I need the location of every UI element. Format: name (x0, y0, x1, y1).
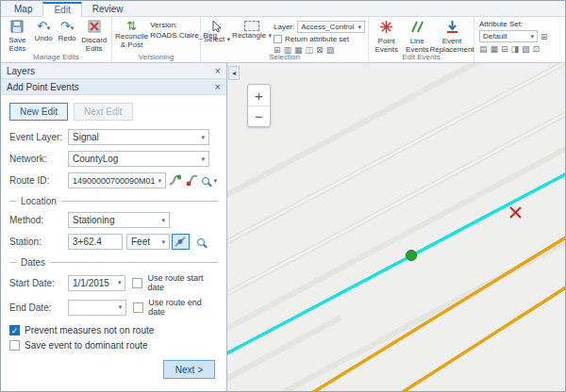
tab-review[interactable]: Review (82, 2, 134, 16)
orange-road-line-2 (392, 281, 565, 392)
checkbox-icon (132, 278, 142, 288)
group-label-versioning: Versioning (112, 53, 200, 62)
return-attribute-set-checkbox[interactable]: Return attribute set (274, 35, 365, 43)
ribbon-group-selection: Select ▾ Rectangle ▾ Layer: Access_Contr… (201, 17, 369, 62)
save-dominant-route-checkbox[interactable]: Save event to dominant route (9, 340, 218, 351)
attr-tool-icon[interactable]: ⊟ (501, 44, 508, 54)
network-select[interactable]: CountyLog ▾ (68, 151, 209, 167)
chevron-down-icon: ▾ (47, 24, 51, 31)
chevron-down-icon: ▾ (201, 134, 205, 141)
ribbon-tab-bar: Map Edit Review (1, 1, 565, 17)
pick-location-tool-icon[interactable] (172, 234, 190, 250)
pick-route-tool-icon[interactable] (185, 172, 200, 188)
chevron-down-icon: ▾ (158, 177, 162, 185)
reconcile-icon: ⇅ (126, 20, 137, 32)
attribute-tools-row: ▤ ▦ ⊟ ◨ ▧ ⊡ (479, 44, 560, 54)
undo-icon: ↶▾ (37, 20, 50, 34)
event-point-marker (407, 251, 417, 261)
line-events-icon (410, 20, 424, 37)
tab-map[interactable]: Map (4, 2, 42, 16)
chevron-down-icon: ▾ (530, 33, 534, 41)
redo-button[interactable]: ↷▾ Redo (57, 19, 78, 43)
prevent-measures-checkbox[interactable]: ✓ Prevent measures not on route (9, 325, 218, 335)
attr-tool-icon[interactable]: ◨ (511, 44, 520, 54)
method-select[interactable]: Stationing ▾ (68, 212, 170, 228)
attr-tool-icon[interactable]: ▤ (479, 44, 488, 54)
chevron-down-icon: ▾ (226, 36, 230, 42)
dates-section-header: Dates (9, 257, 218, 268)
layer-select[interactable]: Access_Control ▾ (297, 21, 365, 33)
station-label: Station: (9, 237, 68, 247)
ribbon-group-edit-events: Point Events Line Events Event Replaceme… (369, 17, 474, 62)
discard-icon (88, 20, 101, 36)
checkbox-checked-icon: ✓ (9, 325, 20, 335)
location-section-header: Location (9, 196, 218, 206)
attribute-set-options-icon[interactable]: ⊞ (541, 32, 548, 41)
next-edit-button[interactable]: Next Edit (74, 103, 133, 121)
zoom-to-location-icon[interactable] (191, 234, 209, 250)
start-date-label: Start Date: (9, 278, 68, 288)
redo-icon: ↷▾ (60, 20, 74, 34)
ribbon-group-versioning: ⇅ Reconcile & Post Version: × ROADS.Clai… (112, 17, 201, 62)
attr-tool-icon[interactable]: ⊡ (533, 44, 541, 54)
close-icon[interactable]: × (215, 66, 221, 76)
method-label: Method: (9, 215, 68, 225)
attribute-set-label: Attribute Set: (479, 20, 560, 28)
event-layer-label: Event Layer: (9, 132, 68, 142)
new-edit-button[interactable]: New Edit (9, 103, 68, 121)
tab-edit[interactable]: Edit (42, 2, 81, 17)
end-date-picker[interactable]: ▾ (68, 300, 126, 316)
chevron-down-icon: ▾ (119, 303, 123, 311)
chevron-down-icon: ▾ (213, 177, 217, 185)
cursor-icon (211, 20, 223, 35)
save-icon (10, 20, 24, 36)
close-icon[interactable]: × (215, 82, 221, 92)
save-edits-button[interactable]: Save Edits (4, 19, 31, 53)
select-route-tool-icon[interactable] (168, 172, 183, 188)
point-events-button[interactable]: Point Events (372, 19, 401, 54)
collapse-panel-button[interactable]: ◂ (228, 66, 240, 80)
red-x-marker (510, 207, 521, 218)
zoom-to-route-icon[interactable]: ▾ (201, 172, 218, 188)
rectangle-select-button[interactable]: Rectangle ▾ (232, 19, 272, 41)
use-route-end-date-checkbox[interactable]: Use route end date (133, 298, 218, 317)
ribbon-group-attribute-set: Attribute Set: Default ▾ ⊞ ▤ ▦ ⊟ ◨ ▧ ⊡ (474, 17, 565, 62)
attr-tool-icon[interactable]: ▧ (522, 44, 530, 54)
chevron-down-icon: ▾ (118, 279, 122, 286)
chevron-down-icon: ▾ (161, 238, 165, 246)
checkbox-icon (133, 302, 143, 313)
route-id-combo[interactable]: 14900000700090M01 ▾ (68, 172, 166, 188)
attribute-set-select[interactable]: Default ▾ (479, 30, 538, 42)
station-input[interactable] (68, 234, 123, 250)
checkbox-icon (9, 340, 20, 351)
ribbon-group-manage-edits: Save Edits ↶▾ Undo ↷▾ Redo Discard Edits… (1, 17, 112, 62)
end-date-label: End Date: (9, 302, 68, 313)
map-canvas (227, 63, 565, 392)
point-events-icon (379, 20, 393, 37)
add-point-events-panel: Layers × Add Point Events × New Edit Nex… (1, 63, 227, 392)
attr-tool-icon[interactable]: ▦ (491, 44, 499, 54)
zoom-control: + − (247, 84, 271, 127)
network-label: Network: (9, 154, 68, 164)
event-replacement-icon (445, 20, 459, 37)
undo-button[interactable]: ↶▾ Undo (33, 19, 55, 43)
panel-title: Add Point Events (7, 82, 79, 92)
use-route-start-date-checkbox[interactable]: Use route start date (132, 273, 218, 292)
next-button[interactable]: Next > (163, 360, 215, 379)
station-unit-select[interactable]: Feet ▾ (126, 234, 170, 250)
ribbon: Save Edits ↶▾ Undo ↷▾ Redo Discard Edits… (1, 17, 565, 63)
zoom-out-button[interactable]: − (248, 106, 270, 126)
map-view[interactable]: ◂ + − (227, 63, 565, 392)
event-layer-select[interactable]: Signal ▾ (68, 129, 209, 145)
event-replacement-button[interactable]: Event Replacement (433, 19, 471, 54)
reconcile-post-button[interactable]: ⇅ Reconcile & Post (115, 19, 148, 50)
line-events-button[interactable]: Line Events (403, 19, 431, 54)
discard-edits-button[interactable]: Discard Edits (79, 19, 108, 53)
start-date-picker[interactable]: 1/1/2015 ▾ (68, 275, 125, 291)
select-tool-button[interactable]: Select ▾ (204, 19, 230, 44)
zoom-in-button[interactable]: + (248, 85, 270, 106)
layers-pane-header: Layers × (1, 63, 226, 79)
chevron-down-icon: ▾ (358, 24, 361, 31)
group-label-edit-events: Edit Events (369, 53, 474, 62)
layers-pane-title: Layers (7, 66, 35, 76)
